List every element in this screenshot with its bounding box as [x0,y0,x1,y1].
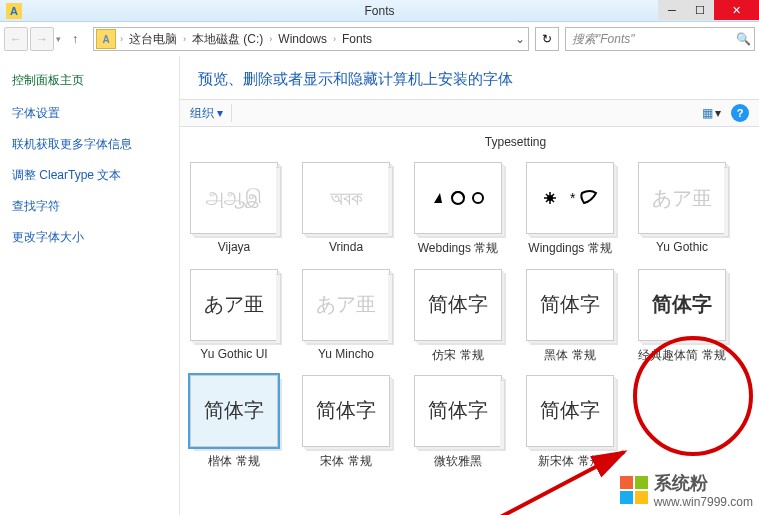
up-button[interactable]: ↑ [63,27,87,51]
font-item[interactable]: 简体字楷体 常规 [186,375,282,479]
svg-text:*: * [570,190,576,206]
breadcrumb-item[interactable]: Fonts [338,32,376,46]
back-button[interactable]: ← [4,27,28,51]
font-thumbnail[interactable]: 简体字 [638,269,726,341]
sidebar: 控制面板主页 字体设置 联机获取更多字体信息 调整 ClearType 文本 查… [0,56,180,515]
breadcrumb[interactable]: A › 这台电脑 › 本地磁盘 (C:) › Windows › Fonts ⌄ [93,27,529,51]
chevron-down-icon: ▾ [715,106,721,120]
search-icon[interactable]: 🔍 [732,32,754,46]
font-item[interactable]: 简体字仿宋 常规 [410,269,506,373]
breadcrumb-dropdown[interactable]: ⌄ [512,32,528,46]
breadcrumb-item[interactable]: Windows [274,32,331,46]
font-item[interactable]: Webdings 常规 [410,162,506,266]
sidebar-link-change-size[interactable]: 更改字体大小 [12,229,167,246]
search-placeholder: 搜索"Fonts" [566,31,732,48]
window-controls: ─ ☐ ✕ [658,0,759,20]
breadcrumb-item[interactable]: 这台电脑 [125,31,181,48]
font-thumbnail[interactable]: あア亜 [190,269,278,341]
font-label: 仿宋 常规 [432,347,483,364]
font-item[interactable]: あア亜Yu Gothic [634,162,730,266]
font-thumbnail[interactable] [414,162,502,234]
font-thumbnail[interactable]: অবক [302,162,390,234]
organize-label: 组织 [190,105,214,122]
font-thumbnail[interactable]: அஆஇ [190,162,278,234]
font-thumbnail[interactable]: あア亜 [302,269,390,341]
font-label: 微软雅黑 [434,453,482,470]
forward-button[interactable]: → [30,27,54,51]
font-item[interactable]: あア亜Yu Gothic UI [186,269,282,373]
font-label: 新宋体 常规 [538,453,601,470]
font-item[interactable]: அஆஇVijaya [186,162,282,266]
toolbar: 组织 ▾ ▦ ▾ ? [180,99,759,127]
font-item[interactable]: 简体字黑体 常规 [522,269,618,373]
page-heading: 预览、删除或者显示和隐藏计算机上安装的字体 [180,56,759,99]
sidebar-link-font-settings[interactable]: 字体设置 [12,105,167,122]
microsoft-logo-icon [620,476,648,504]
main-panel: 预览、删除或者显示和隐藏计算机上安装的字体 组织 ▾ ▦ ▾ ? Typeset… [180,56,759,515]
chevron-right-icon[interactable]: › [267,34,274,44]
font-thumbnail[interactable]: 简体字 [414,375,502,447]
font-item[interactable]: 简体字新宋体 常规 [522,375,618,479]
minimize-button[interactable]: ─ [658,0,686,20]
font-item[interactable]: あア亜Yu Mincho [298,269,394,373]
content-area: 控制面板主页 字体设置 联机获取更多字体信息 调整 ClearType 文本 查… [0,56,759,515]
sidebar-link-online-fonts[interactable]: 联机获取更多字体信息 [12,136,167,153]
font-item[interactable]: 简体字经典趣体简 常规 [634,269,730,373]
font-label: Yu Gothic UI [200,347,267,361]
font-thumbnail[interactable]: 简体字 [302,375,390,447]
app-icon: A [6,3,22,19]
toolbar-separator [231,104,232,122]
font-label: 宋体 常规 [320,453,371,470]
font-thumbnail[interactable]: 简体字 [414,269,502,341]
view-icon: ▦ [702,106,713,120]
font-label: 黑体 常规 [544,347,595,364]
watermark-brand: 系统粉 [654,471,753,495]
font-label: Vijaya [218,240,250,254]
search-input[interactable]: 搜索"Fonts" 🔍 [565,27,755,51]
window-title: Fonts [364,4,394,18]
title-bar: A Fonts ─ ☐ ✕ [0,0,759,22]
font-thumbnail[interactable]: 简体字 [526,375,614,447]
sidebar-title[interactable]: 控制面板主页 [12,72,167,89]
watermark: 系统粉 www.win7999.com [620,471,753,509]
nav-bar: ← → ▾ ↑ A › 这台电脑 › 本地磁盘 (C:) › Windows ›… [0,22,759,56]
maximize-button[interactable]: ☐ [686,0,714,20]
font-grid: Typesetting அஆஇVijayaঅবকVrindaWebdings 常… [180,127,759,487]
folder-icon: A [96,29,116,49]
font-item[interactable]: অবকVrinda [298,162,394,266]
font-item[interactable]: 简体字微软雅黑 [410,375,506,479]
chevron-down-icon: ▾ [217,106,223,120]
help-button[interactable]: ? [731,104,749,122]
font-label: Wingdings 常规 [528,240,611,257]
view-button[interactable]: ▦ ▾ [702,106,721,120]
svg-point-1 [473,193,483,203]
font-thumbnail[interactable]: * [526,162,614,234]
font-label: Webdings 常规 [418,240,498,257]
close-button[interactable]: ✕ [714,0,759,20]
font-label: Vrinda [329,240,363,254]
font-thumbnail[interactable]: あア亜 [638,162,726,234]
font-label: Yu Mincho [318,347,374,361]
refresh-button[interactable]: ↻ [535,27,559,51]
chevron-right-icon[interactable]: › [331,34,338,44]
font-label: 经典趣体简 常规 [638,347,725,364]
chevron-right-icon[interactable]: › [181,34,188,44]
font-label: 楷体 常规 [208,453,259,470]
font-thumbnail[interactable]: 简体字 [526,269,614,341]
sidebar-link-find-char[interactable]: 查找字符 [12,198,167,215]
history-dropdown[interactable]: ▾ [56,34,61,44]
watermark-url: www.win7999.com [654,495,753,509]
breadcrumb-item[interactable]: 本地磁盘 (C:) [188,31,267,48]
organize-button[interactable]: 组织 ▾ [190,105,223,122]
font-item[interactable]: *Wingdings 常规 [522,162,618,266]
sidebar-link-cleartype[interactable]: 调整 ClearType 文本 [12,167,167,184]
font-label: Yu Gothic [656,240,708,254]
chevron-right-icon[interactable]: › [118,34,125,44]
group-label: Typesetting [186,135,759,158]
font-item[interactable]: 简体字宋体 常规 [298,375,394,479]
font-thumbnail[interactable]: 简体字 [190,375,278,447]
